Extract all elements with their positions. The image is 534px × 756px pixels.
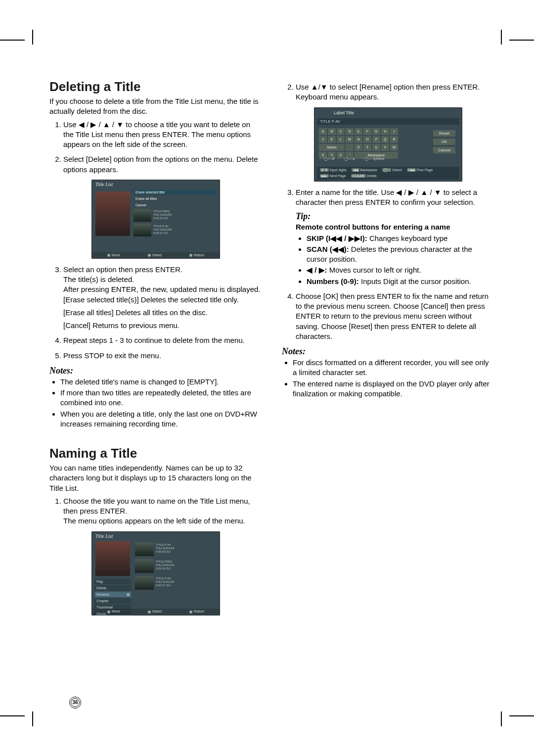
fig1-title: Title List [95,182,113,187]
tip-item: Numbers (0-9): Inputs Digit at the curso… [307,277,494,286]
fig1-thumbnail [95,191,130,236]
notes-label: Notes: [49,366,262,376]
name-step-4: Choose [OK] then press ENTER to fix the … [296,291,494,341]
fig2-row-meta: TITLE PR02 THU 01/01/04 0:01:04 SO [156,559,216,573]
fig1-row-meta: TITLE P AV THU 01/01/04 0:00:27 SO [153,224,216,236]
crop-mark [32,30,33,45]
figure-title-list-delete: Title List Erase selected title Erase al… [91,180,220,259]
name-step-2: Use ▲/▼ to select [Rename] option then p… [296,82,494,102]
intro-delete: If you choose to delete a title from the… [49,96,262,117]
tip-label: Tip: [296,210,494,222]
crop-mark [0,715,25,716]
fig1-menu-item: Erase all titles [134,196,216,201]
note-item: If more than two titles are repeatedly d… [60,388,262,408]
delete-step-3: Select an option then press ENTER. The t… [63,265,262,331]
fig1-row-thumb [134,224,151,236]
notes-label: Notes: [282,346,494,357]
note-item: For discs formatted on a different recor… [293,358,494,378]
manual-page: Deleting a Title If you choose to delete… [0,0,534,756]
figk-field: TITLE P AV [317,118,459,125]
crop-mark [509,40,534,41]
fig1-row-meta: TITLE PR02 THU 01/01/04 0:01:04 SO [153,209,216,222]
crop-mark [501,30,502,45]
crop-mark [0,40,25,41]
crop-mark [501,711,502,726]
figure-keyboard: Label Title TITLE P AV ABCDEFGHI JKLMNOP… [314,107,462,182]
crop-mark [32,711,33,726]
name-notes: For discs formatted on a different recor… [282,358,494,399]
heading-deleting-title: Deleting a Title [49,79,262,94]
right-column: Use ▲/▼ to select [Rename] option then p… [282,79,494,621]
delete-notes: The deleted title's name is changed to [… [49,377,262,429]
name-step-1: Choose the title you want to name on the… [63,496,262,526]
page-number: 36 [69,697,81,709]
fig2-row-meta: TITLE P AV THU 01/01/04 0:00:27 SO [156,576,216,590]
figk-keys: ABCDEFGHI JKLMNOPQR SpaceSTUVW XYZ'Backs… [319,128,398,159]
delete-step-5: Press STOP to exit the menu. [63,351,262,361]
fig2-row-thumb [135,542,154,556]
name-step-3: Enter a name for the title. Use ◀ / ▶ / … [296,188,494,286]
fig2-thumbnail [95,541,130,576]
fig1-menu-item: Erase selected title [134,189,216,195]
fig2-list: TITLE P AV THU 01/01/04 0:00:00 SO TITLE… [135,542,216,593]
fig2-title: Title List [95,533,113,539]
tip-item: ◀ / ▶: Moves cursor to left or right. [307,265,494,275]
fig1-menu: Erase selected title Erase all titles Ca… [134,189,216,238]
tip-list: SKIP (I◀◀ / ▶▶I): Changes keyboard type … [296,234,494,286]
figk-header: Label Title [334,110,354,115]
figk-legend: ◯— A ◯— a ◯— Symbol [324,157,452,161]
delete-step-1: Use ◀ / ▶ / ▲ / ▼ to choose a title you … [63,120,262,150]
crop-mark [509,715,534,716]
tip-item: SKIP (I◀◀ / ▶▶I): Changes keyboard type [307,234,494,243]
figk-buttons: Reset OK Cancel [433,130,455,153]
fig2-row-thumb [135,576,154,590]
left-column: Deleting a Title If you choose to delete… [49,79,262,621]
fig2-side-item: Play [94,579,131,584]
fig1-row-thumb [134,209,151,222]
note-item: The deleted title's name is changed to [… [60,377,262,387]
heading-naming-title: Naming a Title [49,446,262,461]
note-item: The entered name is displayed on the DVD… [293,379,494,399]
note-item: When you are deleting a title, only the … [60,409,262,429]
fig2-row-thumb [135,559,154,573]
fig2-footer: Move Select Return [91,609,220,614]
fig2-side-item: Delete [94,585,131,591]
delete-step-2: Select [Delete] option from the options … [63,154,262,175]
tip-heading: Remote control buttons for entering a na… [296,222,494,232]
fig2-side-item-selected: Rename [94,592,131,597]
delete-step-4: Repeat steps 1 - 3 to continue to delete… [63,335,262,345]
fig2-side-item: Chapter [94,598,131,604]
intro-name: You can name titles independently. Names… [49,463,262,493]
tip-item: SCAN (◀◀): Deletes the previous characte… [307,244,494,265]
figk-footer: 0~9Input digits ◀◀Backspace ◯ :Select I◀… [317,167,459,180]
fig2-row-meta: TITLE P AV THU 01/01/04 0:00:00 SO [156,542,216,556]
fig1-menu-item: Cancel [134,202,216,208]
fig1-footer: Move Select Return [91,252,220,258]
figure-title-list-rename: Title List Play Delete Rename Chapter Th… [91,531,220,615]
